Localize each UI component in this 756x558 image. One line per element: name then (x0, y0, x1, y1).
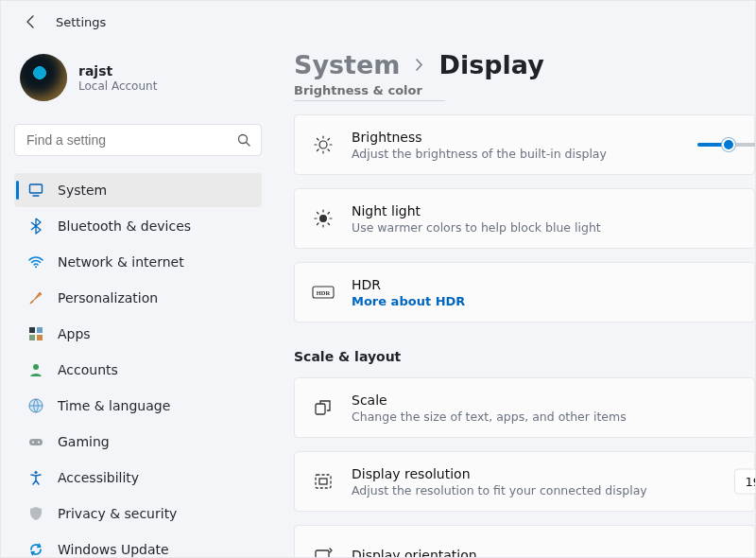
resolution-icon (310, 471, 336, 492)
svg-line-29 (318, 213, 319, 215)
search-box[interactable] (14, 124, 262, 156)
orientation-icon (310, 545, 336, 557)
svg-line-30 (328, 223, 330, 225)
svg-line-1 (247, 143, 250, 147)
card-night-light[interactable]: Night light Use warmer colors to help bl… (294, 188, 755, 249)
night-light-icon (310, 208, 336, 229)
svg-point-4 (35, 266, 37, 268)
wifi-icon (27, 253, 44, 270)
breadcrumb-current: Display (438, 50, 543, 79)
update-icon (27, 541, 44, 557)
back-button[interactable] (18, 9, 44, 35)
sidebar-item-apps[interactable]: Apps (14, 317, 262, 351)
system-icon (27, 182, 44, 199)
avatar (20, 54, 67, 101)
sidebar-item-gaming[interactable]: Gaming (14, 425, 262, 459)
apps-icon (27, 325, 44, 342)
card-title: Scale (352, 392, 627, 408)
svg-rect-8 (37, 335, 43, 340)
sidebar-item-network[interactable]: Network & internet (14, 245, 262, 279)
card-desc: Change the size of text, apps, and other… (352, 410, 627, 424)
main-panel: System Display Brightness & color (275, 43, 755, 557)
svg-text:HDR: HDR (317, 289, 331, 296)
card-title: HDR (352, 277, 465, 292)
svg-rect-37 (319, 479, 327, 484)
sidebar-item-label: Gaming (58, 434, 110, 449)
sidebar-item-accessibility[interactable]: Accessibility (14, 461, 262, 495)
section-scale-layout: Scale & layout (294, 349, 755, 364)
breadcrumb-parent[interactable]: System (294, 50, 400, 79)
card-resolution[interactable]: Display resolution Adjust the resolution… (294, 451, 755, 512)
svg-point-24 (319, 215, 327, 222)
card-title: Display orientation (352, 548, 477, 557)
search-icon (236, 132, 251, 148)
svg-point-0 (239, 135, 248, 144)
sidebar-item-label: Personalization (58, 290, 158, 305)
hdr-link[interactable]: More about HDR (352, 294, 465, 308)
svg-point-13 (38, 442, 40, 444)
sidebar-item-label: Accessibility (58, 470, 139, 485)
account-name: rajst (78, 63, 157, 78)
shield-icon (27, 505, 44, 522)
sidebar-item-bluetooth[interactable]: Bluetooth & devices (14, 209, 262, 243)
svg-rect-5 (29, 327, 35, 333)
svg-point-14 (34, 471, 37, 474)
svg-line-22 (318, 149, 319, 151)
svg-rect-2 (30, 184, 43, 193)
svg-rect-36 (316, 475, 331, 488)
sidebar: rajst Local Account System (1, 43, 275, 557)
sidebar-item-privacy[interactable]: Privacy & security (14, 497, 262, 531)
sidebar-item-label: Apps (58, 326, 91, 341)
breadcrumb: System Display (294, 50, 755, 79)
svg-rect-6 (37, 327, 43, 333)
card-title: Display resolution (352, 466, 647, 481)
card-title: Night light (352, 203, 601, 218)
card-orientation[interactable]: Display orientation (294, 525, 755, 557)
settings-window: Settings rajst Local Account (0, 0, 756, 558)
chevron-right-icon (413, 59, 425, 71)
brush-icon (27, 289, 44, 306)
svg-line-20 (318, 139, 319, 141)
brightness-slider[interactable] (697, 137, 755, 152)
titlebar: Settings (1, 1, 755, 43)
brightness-icon (310, 134, 336, 155)
hdr-icon: HDR (310, 284, 336, 301)
sidebar-item-update[interactable]: Windows Update (14, 532, 262, 557)
sidebar-item-label: Privacy & security (58, 506, 177, 521)
accessibility-icon (27, 469, 44, 486)
search-input[interactable] (25, 131, 227, 148)
card-desc: Adjust the brightness of the built-in di… (352, 147, 607, 161)
sidebar-item-label: Accounts (58, 362, 118, 377)
svg-rect-35 (316, 404, 325, 414)
svg-line-31 (318, 223, 319, 225)
sidebar-item-label: Network & internet (58, 254, 184, 270)
sidebar-item-accounts[interactable]: Accounts (14, 353, 262, 387)
sidebar-item-system[interactable]: System (14, 173, 262, 207)
gamepad-icon (27, 433, 44, 450)
sidebar-item-label: Windows Update (58, 542, 169, 557)
section-brightness-color: Brightness & color (294, 83, 755, 97)
svg-point-12 (32, 442, 34, 444)
svg-line-23 (328, 139, 330, 141)
svg-rect-7 (29, 335, 35, 340)
person-icon (27, 361, 44, 378)
sidebar-item-label: Bluetooth & devices (58, 218, 191, 234)
svg-line-32 (328, 213, 330, 215)
svg-rect-38 (316, 550, 329, 557)
globe-icon (27, 397, 44, 414)
svg-point-15 (319, 141, 327, 148)
card-hdr[interactable]: HDR HDR More about HDR (294, 262, 755, 323)
card-desc: Adjust the resolution to fit your connec… (352, 483, 647, 497)
account-type: Local Account (78, 79, 157, 93)
card-scale[interactable]: Scale Change the size of text, apps, and… (294, 377, 755, 438)
sidebar-item-label: Time & language (58, 398, 170, 413)
card-desc: Use warmer colors to help block blue lig… (352, 220, 601, 235)
resolution-dropdown[interactable]: 1920 × 1 (734, 469, 755, 495)
scale-icon (310, 397, 336, 418)
sidebar-item-time-language[interactable]: Time & language (14, 389, 262, 423)
sidebar-item-personalization[interactable]: Personalization (14, 281, 262, 315)
account-card[interactable]: rajst Local Account (14, 48, 262, 105)
card-brightness[interactable]: Brightness Adjust the brightness of the … (294, 114, 755, 175)
svg-rect-11 (29, 439, 43, 445)
card-title: Brightness (352, 130, 607, 145)
